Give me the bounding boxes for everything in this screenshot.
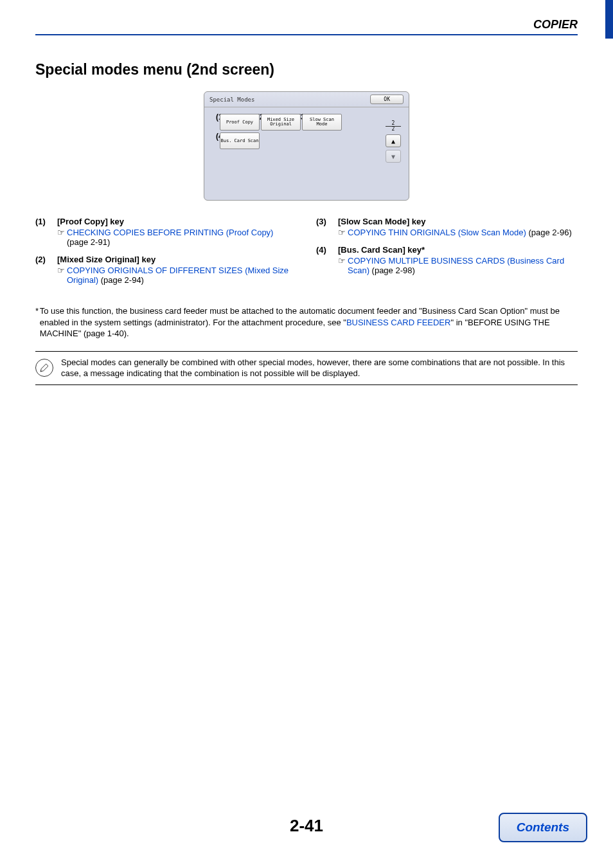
contents-link[interactable]: Contents <box>499 813 587 842</box>
pointer-icon: ☞ <box>57 228 65 237</box>
footnote-link[interactable]: BUSINESS CARD FEEDER <box>346 318 451 327</box>
item-4-index: (4) <box>316 245 338 275</box>
item-1-index: (1) <box>35 217 57 247</box>
item-4-title: [Bus. Card Scan] key* <box>338 245 578 255</box>
item-3-link[interactable]: COPYING THIN ORIGINALS (Slow Scan Mode) <box>348 228 526 237</box>
right-column: (3) [Slow Scan Mode] key ☞COPYING THIN O… <box>316 217 578 293</box>
page-heading: Special modes menu (2nd screen) <box>35 61 578 78</box>
pointer-icon: ☞ <box>57 266 65 275</box>
item-3-index: (3) <box>316 217 338 237</box>
item-1-pageref: (page 2-91) <box>67 237 110 247</box>
item-1-link[interactable]: CHECKING COPIES BEFORE PRINTING (Proof C… <box>67 228 273 237</box>
footnote: * To use this function, the business car… <box>35 305 578 339</box>
proof-copy-button[interactable]: Proof Copy <box>220 114 260 131</box>
item-2-pageref: (page 2-94) <box>98 275 144 285</box>
note-box: Special modes can generally be combined … <box>35 351 578 385</box>
arrow-up-icon: ▲ <box>391 138 395 145</box>
section-label: COPIER <box>533 18 578 32</box>
slow-scan-label-2: Mode <box>317 122 328 127</box>
page-up-button[interactable]: ▲ <box>386 134 401 147</box>
pencil-icon <box>35 359 53 377</box>
ui-screenshot-panel: Special Modes OK (1) (2) (3) (4) Proof C… <box>204 91 409 201</box>
page-total: 2 <box>386 127 401 132</box>
bus-card-scan-label: Bus. Card Scan <box>220 139 258 143</box>
note-text: Special modes can generally be combined … <box>61 357 578 379</box>
footnote-marker: * <box>35 305 40 339</box>
ui-body: Proof Copy Mixed SizeOriginal Slow ScanM… <box>204 107 409 158</box>
pointer-icon: ☞ <box>338 228 346 237</box>
item-4: (4) [Bus. Card Scan] key* ☞COPYING MULTI… <box>316 245 578 275</box>
page-down-button[interactable]: ▼ <box>386 150 401 163</box>
slow-scan-button[interactable]: Slow ScanMode <box>302 114 342 131</box>
item-4-pageref: (page 2-98) <box>369 266 415 275</box>
arrow-down-icon: ▼ <box>391 153 395 160</box>
ok-button[interactable]: OK <box>370 95 404 104</box>
section-color-bar <box>605 0 613 39</box>
item-2-index: (2) <box>35 255 57 285</box>
left-column: (1) [Proof Copy] key ☞CHECKING COPIES BE… <box>35 217 297 293</box>
item-3: (3) [Slow Scan Mode] key ☞COPYING THIN O… <box>316 217 578 237</box>
mixed-size-button[interactable]: Mixed SizeOriginal <box>261 114 301 131</box>
ui-titlebar: Special Modes OK <box>204 92 409 107</box>
item-1-title: [Proof Copy] key <box>57 217 297 226</box>
item-2-title: [Mixed Size Original] key <box>57 255 297 264</box>
key-description-columns: (1) [Proof Copy] key ☞CHECKING COPIES BE… <box>35 217 578 293</box>
pointer-icon: ☞ <box>338 256 346 266</box>
item-2: (2) [Mixed Size Original] key ☞COPYING O… <box>35 255 297 285</box>
mixed-size-label-2: Original <box>270 122 292 127</box>
header-rule: COPIER <box>35 18 578 35</box>
bus-card-scan-button[interactable]: Bus. Card Scan <box>220 132 260 149</box>
footnote-body: To use this function, the business card … <box>40 305 578 339</box>
proof-copy-label: Proof Copy <box>226 120 253 125</box>
item-3-pageref: (page 2-96) <box>526 228 572 237</box>
pager: 2 2 ▲ ▼ <box>386 121 401 165</box>
ui-title: Special Modes <box>209 96 254 103</box>
item-1: (1) [Proof Copy] key ☞CHECKING COPIES BE… <box>35 217 297 247</box>
page-indicator: 2 2 <box>386 121 401 132</box>
item-3-title: [Slow Scan Mode] key <box>338 217 578 226</box>
